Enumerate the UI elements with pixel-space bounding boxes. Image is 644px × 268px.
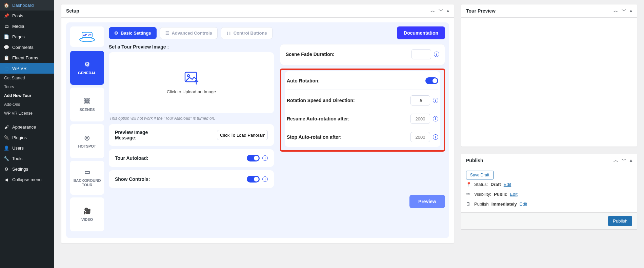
publish-button[interactable]: Publish (608, 216, 632, 226)
chevron-down-icon[interactable]: ﹀ (622, 157, 626, 164)
tour-autoload-toggle[interactable] (247, 155, 260, 161)
vtab-scenes[interactable]: 🖼 SCENES (70, 88, 104, 121)
eye-icon: 👁 (466, 192, 471, 197)
stop-rotation-input[interactable] (410, 132, 430, 142)
wp-admin-sidebar: 🏠Dashboard 📌Posts 🗂Media 📄Pages 💬Comment… (0, 0, 54, 247)
menu-tools[interactable]: 🔧Tools (0, 153, 54, 164)
info-icon[interactable]: i (433, 134, 438, 140)
menu-plugins[interactable]: 🔌Plugins (0, 132, 54, 143)
dashboard-icon: 🏠 (3, 3, 9, 8)
fade-duration-label: Scene Fade Duration: (286, 52, 335, 57)
submenu-add-new-tour[interactable]: Add New Tour (0, 91, 54, 100)
preview-image-section-label: Set a Tour Preview Image : (109, 44, 274, 50)
tour-preview-body (461, 18, 637, 147)
tour-preview-title: Tour Preview (466, 8, 496, 14)
menu-posts[interactable]: 📌Posts (0, 11, 54, 21)
vtab-label: HOTSPOT (78, 144, 96, 148)
menu-users[interactable]: 👤Users (0, 143, 54, 153)
vtab-general[interactable]: ⚙ GENERAL (70, 51, 104, 85)
info-icon[interactable]: i (433, 116, 438, 121)
menu-separator (0, 118, 54, 122)
vtab-label: SCENES (79, 108, 95, 112)
vtab-background[interactable]: ▭ BACKGROUND TOUR (70, 161, 104, 195)
calendar-icon: 🗓 (466, 202, 471, 207)
save-draft-button[interactable]: Save Draft (466, 171, 494, 179)
chevron-up-icon[interactable]: ︿ (613, 8, 618, 14)
chevron-up-icon[interactable]: ︿ (430, 8, 435, 14)
info-icon[interactable]: i (434, 52, 439, 57)
appearance-icon: 🖌 (3, 125, 9, 130)
settings-icon: ⚙ (3, 167, 9, 172)
chevron-down-icon[interactable]: ﹀ (439, 8, 443, 14)
menu-label: Appearance (12, 125, 36, 130)
info-icon[interactable]: i (262, 176, 268, 182)
preview-message-input[interactable] (217, 130, 268, 140)
upload-hint-text: Click to Upload an Image (167, 89, 216, 94)
visibility-label: Visibility: (474, 192, 491, 197)
forms-icon: 📋 (3, 55, 9, 60)
menu-media[interactable]: 🗂Media (0, 21, 54, 32)
controls-icon: ⫶⫶ (226, 31, 231, 36)
triangle-up-icon[interactable]: ▴ (630, 8, 632, 14)
edit-status-link[interactable]: Edit (504, 182, 511, 187)
layers-icon: ▭ (84, 168, 90, 176)
menu-fluentforms[interactable]: 📋Fluent Forms (0, 53, 54, 63)
submenu-addons[interactable]: Add-Ons (0, 100, 54, 109)
tab-label: Control Buttons (234, 31, 267, 36)
tour-preview-panel: Tour Preview ︿ ﹀ ▴ (461, 4, 637, 147)
pin-icon: 📍 (466, 182, 471, 187)
edit-publish-link[interactable]: Edit (520, 202, 527, 207)
menu-comments[interactable]: 💬Comments (0, 42, 54, 53)
tools-icon: 🔧 (3, 156, 9, 161)
status-label: Status: (474, 182, 488, 187)
stop-rotation-label: Stop Auto-rotation after: (287, 134, 342, 140)
tab-label: Advanced Controls (172, 31, 212, 36)
menu-settings[interactable]: ⚙Settings (0, 164, 54, 174)
gear-icon: ⚙ (114, 31, 118, 36)
comments-icon: 💬 (3, 45, 9, 50)
show-controls-toggle[interactable] (247, 176, 260, 183)
menu-label: Comments (12, 45, 34, 50)
triangle-up-icon[interactable]: ▴ (447, 8, 449, 14)
upload-image-dropzone[interactable]: Click to Upload an Image (109, 52, 274, 113)
rotation-speed-label: Rotation Speed and Direction: (287, 98, 355, 103)
fade-duration-input[interactable] (411, 49, 431, 59)
triangle-up-icon[interactable]: ▴ (630, 157, 632, 164)
info-icon[interactable]: i (262, 155, 268, 161)
publish-label: Publish (474, 202, 489, 207)
submenu-tours[interactable]: Tours (0, 82, 54, 91)
plugins-icon: 🔌 (3, 135, 9, 140)
preview-button[interactable]: Preview (409, 195, 445, 208)
menu-dashboard[interactable]: 🏠Dashboard (0, 0, 54, 11)
rotation-speed-input[interactable] (410, 95, 430, 106)
setup-title: Setup (66, 8, 79, 14)
target-icon: ◎ (84, 134, 90, 141)
menu-label: WP VR (12, 66, 26, 71)
menu-appearance[interactable]: 🖌Appearance (0, 122, 54, 132)
users-icon: 👤 (3, 146, 9, 151)
video-icon: 🎥 (83, 207, 91, 215)
tab-advanced-controls[interactable]: ☰Advanced Controls (160, 27, 218, 39)
tab-control-buttons[interactable]: ⫶⫶Control Buttons (221, 27, 273, 39)
info-icon[interactable]: i (433, 98, 438, 103)
chevron-down-icon[interactable]: ﹀ (622, 8, 626, 14)
menu-collapse[interactable]: ◀Collapse menu (0, 174, 54, 185)
resume-rotation-input[interactable] (410, 114, 430, 124)
publish-title: Publish (466, 158, 483, 163)
menu-pages[interactable]: 📄Pages (0, 32, 54, 42)
chevron-up-icon[interactable]: ︿ (613, 157, 618, 164)
submenu-get-started[interactable]: Get Started (0, 74, 54, 82)
vtab-video[interactable]: 🎥 VIDEO (70, 197, 104, 231)
menu-label: Fluent Forms (12, 55, 38, 60)
collapse-icon: ◀ (3, 177, 9, 182)
auto-rotation-toggle[interactable] (425, 77, 438, 84)
edit-visibility-link[interactable]: Edit (510, 192, 517, 197)
tab-basic-settings[interactable]: ⚙Basic Settings (109, 27, 157, 39)
show-controls-label: Show Controls: (115, 176, 150, 182)
svg-text:WP VR: WP VR (83, 34, 92, 37)
submenu-license[interactable]: WP VR License (0, 109, 54, 118)
vtab-hotspot[interactable]: ◎ HOTSPOT (70, 124, 104, 158)
gear-icon: ⚙ (84, 61, 90, 68)
menu-wpvr[interactable]: ⬚WP VR (0, 63, 54, 74)
documentation-button[interactable]: Documentation (397, 26, 445, 39)
